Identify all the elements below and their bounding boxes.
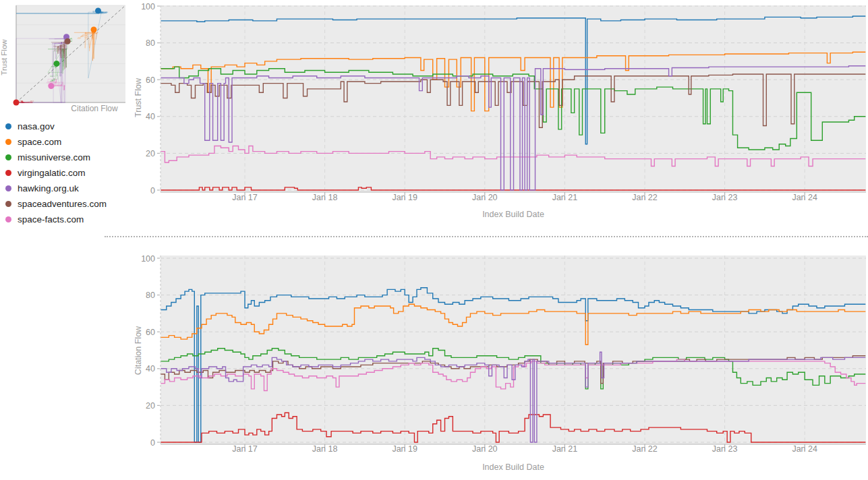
scatter-dot-nasa.gov[interactable] xyxy=(95,7,101,13)
x-axis-title: Index Build Date xyxy=(482,462,544,472)
x-tick-label: Jan 20 xyxy=(472,444,498,454)
legend-label: spaceadventures.com xyxy=(18,199,107,209)
x-tick-label: Jan 18 xyxy=(312,193,338,202)
y-tick-label: 80 xyxy=(146,38,155,48)
scatter-dot-space-facts.com[interactable] xyxy=(48,83,54,89)
legend-item-missuniverse[interactable]: missuniverse.com xyxy=(0,150,135,165)
x-tick-label: Jan 19 xyxy=(392,193,417,202)
legend-dot-icon xyxy=(5,123,11,129)
x-tick-label: Jan 21 xyxy=(552,444,578,454)
x-axis-title: Citation Flow xyxy=(71,104,118,113)
legend-item-hawking[interactable]: hawking.org.uk xyxy=(0,181,135,196)
x-tick-label: Jan 17 xyxy=(232,444,258,454)
scatter-dot-virgingalatic.com[interactable] xyxy=(13,100,20,106)
legend-label: missuniverse.com xyxy=(18,152,90,162)
y-tick-label: 20 xyxy=(146,149,155,158)
x-tick-label: Jan 19 xyxy=(392,444,417,454)
legend-label: nasa.gov xyxy=(18,121,55,131)
x-tick-label: Jan 20 xyxy=(472,193,498,202)
legend-label: virgingalatic.com xyxy=(18,168,86,178)
y-tick-label: 40 xyxy=(146,364,155,373)
legend-dot-icon xyxy=(5,170,11,176)
legend-item-space[interactable]: space.com xyxy=(0,134,135,150)
legend: nasa.govspace.commissuniverse.comvirging… xyxy=(0,119,135,227)
scatter-dot-spaceadventures.com[interactable] xyxy=(65,38,71,44)
y-tick-label: 40 xyxy=(146,112,155,121)
plot-background xyxy=(161,256,866,444)
legend-dot-icon xyxy=(5,139,11,145)
x-tick-label: Jan 17 xyxy=(232,193,258,202)
y-tick-label: 100 xyxy=(141,254,155,264)
y-tick-label: 100 xyxy=(141,2,155,11)
trust-citation-scatter-panel: Trust FlowCitation Flow xyxy=(0,0,132,117)
legend-item-spaceadventures[interactable]: spaceadventures.com xyxy=(0,196,135,212)
y-axis-title: Citation Flow xyxy=(135,326,143,375)
legend-dot-icon xyxy=(5,185,11,191)
legend-label: space.com xyxy=(18,137,61,147)
y-tick-label: 80 xyxy=(146,291,155,300)
legend-item-virgingalatic[interactable]: virgingalatic.com xyxy=(0,165,135,181)
x-tick-label: Jan 18 xyxy=(312,444,338,454)
x-tick-label: Jan 22 xyxy=(632,193,658,202)
scatter-dot-space.com[interactable] xyxy=(91,27,97,33)
legend-label: hawking.org.uk xyxy=(18,183,79,193)
chart-divider xyxy=(105,236,868,237)
x-axis-title: Index Build Date xyxy=(482,210,544,219)
x-tick-label: Jan 23 xyxy=(712,444,738,454)
y-tick-label: 0 xyxy=(150,438,155,448)
legend-dot-icon xyxy=(5,154,11,160)
scatter-dot-missuniverse.com[interactable] xyxy=(53,61,59,67)
x-tick-label: Jan 24 xyxy=(792,444,817,454)
y-axis-title: Trust Flow xyxy=(0,39,8,76)
citation-flow-chart[interactable]: 020406080100Jan 17Jan 18Jan 19Jan 20Jan … xyxy=(135,249,868,480)
y-tick-label: 60 xyxy=(146,328,155,337)
x-tick-label: Jan 24 xyxy=(792,193,817,202)
x-tick-label: Jan 21 xyxy=(552,193,578,202)
legend-item-spacefacts[interactable]: space-facts.com xyxy=(0,212,135,227)
legend-item-nasa[interactable]: nasa.gov xyxy=(0,119,135,134)
y-axis-title: Trust Flow xyxy=(135,78,143,117)
y-tick-label: 60 xyxy=(146,76,155,85)
y-tick-label: 20 xyxy=(146,401,155,411)
trust-flow-chart[interactable]: 020406080100Jan 17Jan 18Jan 19Jan 20Jan … xyxy=(135,0,868,232)
x-tick-label: Jan 22 xyxy=(632,444,658,454)
legend-dot-icon xyxy=(5,216,11,222)
legend-label: space-facts.com xyxy=(18,214,84,224)
trust-citation-scatter[interactable]: Trust FlowCitation Flow xyxy=(0,0,132,117)
legend-dot-icon xyxy=(5,201,11,207)
x-tick-label: Jan 23 xyxy=(712,193,738,202)
y-tick-label: 0 xyxy=(150,186,155,196)
